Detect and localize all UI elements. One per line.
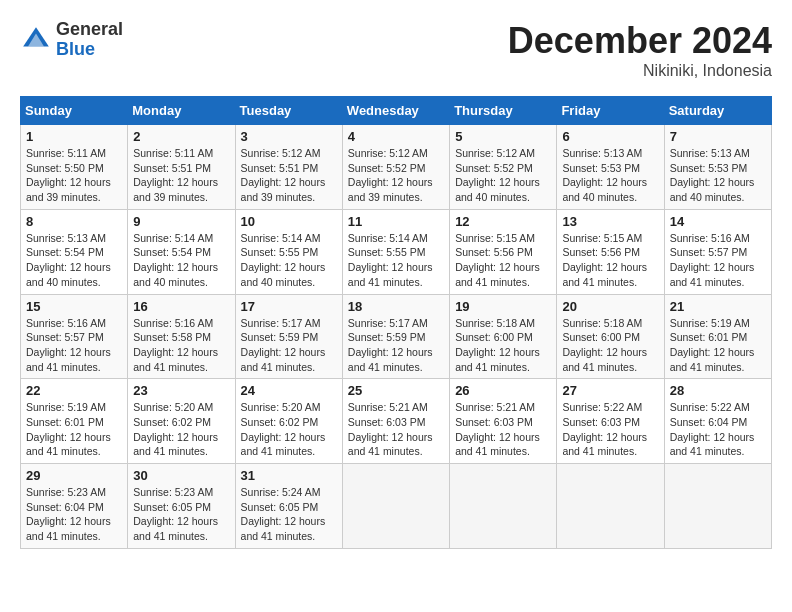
day-info: Sunrise: 5:15 AMSunset: 5:56 PMDaylight:… [455, 231, 551, 290]
logo: General Blue [20, 20, 123, 60]
calendar-cell: 8Sunrise: 5:13 AMSunset: 5:54 PMDaylight… [21, 209, 128, 294]
day-info: Sunrise: 5:24 AMSunset: 6:05 PMDaylight:… [241, 485, 337, 544]
calendar-cell: 11Sunrise: 5:14 AMSunset: 5:55 PMDayligh… [342, 209, 449, 294]
calendar-cell: 18Sunrise: 5:17 AMSunset: 5:59 PMDayligh… [342, 294, 449, 379]
day-info: Sunrise: 5:17 AMSunset: 5:59 PMDaylight:… [241, 316, 337, 375]
calendar-cell: 27Sunrise: 5:22 AMSunset: 6:03 PMDayligh… [557, 379, 664, 464]
day-number: 2 [133, 129, 229, 144]
day-info: Sunrise: 5:13 AMSunset: 5:53 PMDaylight:… [562, 146, 658, 205]
calendar-cell: 30Sunrise: 5:23 AMSunset: 6:05 PMDayligh… [128, 464, 235, 549]
calendar-cell: 4Sunrise: 5:12 AMSunset: 5:52 PMDaylight… [342, 125, 449, 210]
calendar-cell: 25Sunrise: 5:21 AMSunset: 6:03 PMDayligh… [342, 379, 449, 464]
day-info: Sunrise: 5:14 AMSunset: 5:55 PMDaylight:… [348, 231, 444, 290]
day-info: Sunrise: 5:14 AMSunset: 5:54 PMDaylight:… [133, 231, 229, 290]
day-info: Sunrise: 5:18 AMSunset: 6:00 PMDaylight:… [562, 316, 658, 375]
calendar-cell: 24Sunrise: 5:20 AMSunset: 6:02 PMDayligh… [235, 379, 342, 464]
logo-icon [20, 24, 52, 56]
weekday-header: Sunday [21, 97, 128, 125]
calendar-cell: 28Sunrise: 5:22 AMSunset: 6:04 PMDayligh… [664, 379, 771, 464]
day-info: Sunrise: 5:16 AMSunset: 5:57 PMDaylight:… [670, 231, 766, 290]
calendar-week-row: 8Sunrise: 5:13 AMSunset: 5:54 PMDaylight… [21, 209, 772, 294]
calendar-cell [450, 464, 557, 549]
day-number: 15 [26, 299, 122, 314]
calendar-week-row: 15Sunrise: 5:16 AMSunset: 5:57 PMDayligh… [21, 294, 772, 379]
day-info: Sunrise: 5:13 AMSunset: 5:53 PMDaylight:… [670, 146, 766, 205]
month-title: December 2024 [508, 20, 772, 62]
calendar-table: SundayMondayTuesdayWednesdayThursdayFrid… [20, 96, 772, 549]
weekday-header: Friday [557, 97, 664, 125]
day-number: 28 [670, 383, 766, 398]
day-number: 7 [670, 129, 766, 144]
weekday-header: Thursday [450, 97, 557, 125]
day-number: 27 [562, 383, 658, 398]
day-number: 31 [241, 468, 337, 483]
day-number: 13 [562, 214, 658, 229]
day-info: Sunrise: 5:17 AMSunset: 5:59 PMDaylight:… [348, 316, 444, 375]
location: Nikiniki, Indonesia [508, 62, 772, 80]
day-info: Sunrise: 5:16 AMSunset: 5:57 PMDaylight:… [26, 316, 122, 375]
calendar-cell: 15Sunrise: 5:16 AMSunset: 5:57 PMDayligh… [21, 294, 128, 379]
day-info: Sunrise: 5:22 AMSunset: 6:04 PMDaylight:… [670, 400, 766, 459]
day-number: 9 [133, 214, 229, 229]
day-number: 14 [670, 214, 766, 229]
day-info: Sunrise: 5:23 AMSunset: 6:05 PMDaylight:… [133, 485, 229, 544]
calendar-week-row: 22Sunrise: 5:19 AMSunset: 6:01 PMDayligh… [21, 379, 772, 464]
weekday-header-row: SundayMondayTuesdayWednesdayThursdayFrid… [21, 97, 772, 125]
day-number: 20 [562, 299, 658, 314]
weekday-header: Saturday [664, 97, 771, 125]
day-info: Sunrise: 5:15 AMSunset: 5:56 PMDaylight:… [562, 231, 658, 290]
day-info: Sunrise: 5:11 AMSunset: 5:51 PMDaylight:… [133, 146, 229, 205]
calendar-cell [342, 464, 449, 549]
day-info: Sunrise: 5:12 AMSunset: 5:52 PMDaylight:… [348, 146, 444, 205]
day-info: Sunrise: 5:11 AMSunset: 5:50 PMDaylight:… [26, 146, 122, 205]
calendar-cell: 1Sunrise: 5:11 AMSunset: 5:50 PMDaylight… [21, 125, 128, 210]
calendar-cell: 31Sunrise: 5:24 AMSunset: 6:05 PMDayligh… [235, 464, 342, 549]
day-number: 25 [348, 383, 444, 398]
calendar-cell: 23Sunrise: 5:20 AMSunset: 6:02 PMDayligh… [128, 379, 235, 464]
day-number: 19 [455, 299, 551, 314]
day-number: 12 [455, 214, 551, 229]
day-info: Sunrise: 5:12 AMSunset: 5:51 PMDaylight:… [241, 146, 337, 205]
day-number: 23 [133, 383, 229, 398]
weekday-header: Monday [128, 97, 235, 125]
day-number: 22 [26, 383, 122, 398]
calendar-cell: 3Sunrise: 5:12 AMSunset: 5:51 PMDaylight… [235, 125, 342, 210]
calendar-cell: 16Sunrise: 5:16 AMSunset: 5:58 PMDayligh… [128, 294, 235, 379]
day-info: Sunrise: 5:12 AMSunset: 5:52 PMDaylight:… [455, 146, 551, 205]
day-number: 29 [26, 468, 122, 483]
day-info: Sunrise: 5:19 AMSunset: 6:01 PMDaylight:… [670, 316, 766, 375]
day-number: 24 [241, 383, 337, 398]
weekday-header: Tuesday [235, 97, 342, 125]
calendar-cell: 6Sunrise: 5:13 AMSunset: 5:53 PMDaylight… [557, 125, 664, 210]
day-number: 30 [133, 468, 229, 483]
calendar-cell: 7Sunrise: 5:13 AMSunset: 5:53 PMDaylight… [664, 125, 771, 210]
day-number: 21 [670, 299, 766, 314]
day-info: Sunrise: 5:18 AMSunset: 6:00 PMDaylight:… [455, 316, 551, 375]
calendar-week-row: 1Sunrise: 5:11 AMSunset: 5:50 PMDaylight… [21, 125, 772, 210]
day-number: 16 [133, 299, 229, 314]
day-info: Sunrise: 5:21 AMSunset: 6:03 PMDaylight:… [455, 400, 551, 459]
day-info: Sunrise: 5:14 AMSunset: 5:55 PMDaylight:… [241, 231, 337, 290]
calendar-cell: 12Sunrise: 5:15 AMSunset: 5:56 PMDayligh… [450, 209, 557, 294]
day-info: Sunrise: 5:19 AMSunset: 6:01 PMDaylight:… [26, 400, 122, 459]
logo-blue: Blue [56, 40, 123, 60]
calendar-cell: 17Sunrise: 5:17 AMSunset: 5:59 PMDayligh… [235, 294, 342, 379]
day-info: Sunrise: 5:22 AMSunset: 6:03 PMDaylight:… [562, 400, 658, 459]
calendar-cell: 9Sunrise: 5:14 AMSunset: 5:54 PMDaylight… [128, 209, 235, 294]
day-number: 1 [26, 129, 122, 144]
page-header: General Blue December 2024 Nikiniki, Ind… [20, 20, 772, 80]
day-info: Sunrise: 5:20 AMSunset: 6:02 PMDaylight:… [133, 400, 229, 459]
day-number: 17 [241, 299, 337, 314]
day-number: 18 [348, 299, 444, 314]
calendar-cell: 5Sunrise: 5:12 AMSunset: 5:52 PMDaylight… [450, 125, 557, 210]
day-number: 8 [26, 214, 122, 229]
calendar-cell: 10Sunrise: 5:14 AMSunset: 5:55 PMDayligh… [235, 209, 342, 294]
logo-text: General Blue [56, 20, 123, 60]
day-number: 10 [241, 214, 337, 229]
day-number: 26 [455, 383, 551, 398]
day-info: Sunrise: 5:21 AMSunset: 6:03 PMDaylight:… [348, 400, 444, 459]
day-number: 11 [348, 214, 444, 229]
weekday-header: Wednesday [342, 97, 449, 125]
day-number: 6 [562, 129, 658, 144]
day-info: Sunrise: 5:13 AMSunset: 5:54 PMDaylight:… [26, 231, 122, 290]
